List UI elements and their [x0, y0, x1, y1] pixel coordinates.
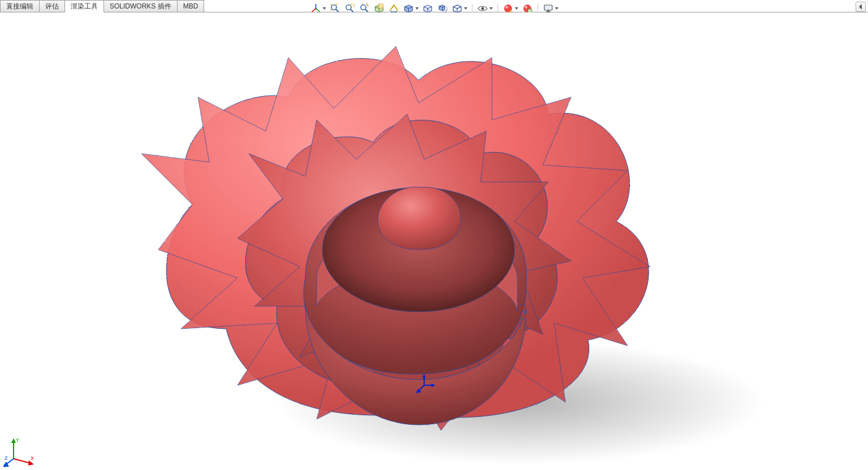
graphics-viewport[interactable]: Y X Z [0, 12, 868, 470]
svg-line-5 [336, 10, 339, 12]
command-manager-tabs: 直接编辑 评估 渲染工具 SOLIDWORKS 插件 MBD [0, 0, 204, 12]
svg-rect-24 [547, 10, 549, 11]
chevron-down-icon [464, 7, 467, 10]
chevron-down-icon [415, 7, 418, 10]
model-rose [0, 12, 868, 470]
svg-point-3 [315, 8, 317, 10]
tab-direct-edit[interactable]: 直接编辑 [0, 0, 40, 12]
tab-label: MBD [183, 2, 198, 10]
tab-label: 渲染工具 [71, 2, 98, 11]
svg-marker-38 [28, 460, 34, 465]
svg-line-37 [14, 459, 31, 463]
tab-label: 直接编辑 [6, 2, 33, 11]
triad-y-label: Y [16, 437, 19, 443]
tab-render-tools[interactable]: 渲染工具 [64, 0, 104, 12]
task-pane-expand-button[interactable] [856, 2, 866, 12]
svg-marker-36 [11, 438, 16, 443]
svg-point-4 [331, 5, 336, 10]
tab-solidworks-addins[interactable]: SOLIDWORKS 插件 [103, 0, 178, 12]
svg-rect-23 [544, 5, 552, 10]
tab-label: 评估 [45, 2, 59, 11]
chevron-down-icon [555, 7, 558, 10]
svg-point-6 [346, 5, 351, 10]
svg-rect-12 [378, 4, 383, 8]
chevron-down-icon [322, 7, 326, 10]
triad-z-label: Z [5, 455, 8, 461]
svg-point-9 [361, 5, 366, 10]
svg-marker-26 [859, 4, 862, 10]
svg-point-21 [524, 6, 527, 8]
view-orientation-triad[interactable]: Y X Z [3, 435, 37, 469]
svg-point-16 [481, 7, 484, 10]
triad-x-label: X [31, 455, 34, 461]
chevron-down-icon [515, 7, 518, 10]
tab-label: SOLIDWORKS 插件 [110, 2, 171, 11]
chevron-left-icon [858, 4, 863, 10]
svg-line-10 [365, 10, 368, 12]
tab-evaluate[interactable]: 评估 [39, 0, 65, 12]
svg-line-7 [351, 10, 353, 12]
svg-point-18 [505, 6, 508, 8]
chevron-down-icon [489, 7, 493, 10]
tab-mbd[interactable]: MBD [177, 0, 205, 12]
